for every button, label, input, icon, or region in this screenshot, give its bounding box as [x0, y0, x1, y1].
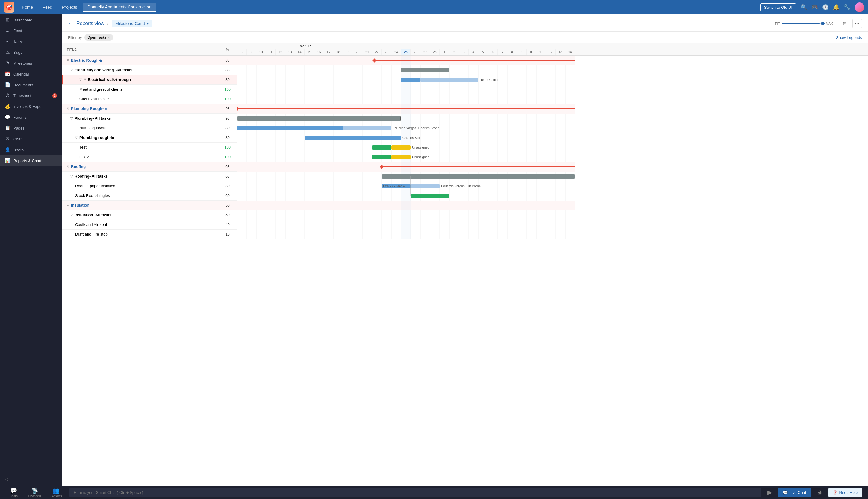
back-button[interactable]: ←: [68, 21, 73, 27]
table-row: test 2 100: [62, 152, 237, 162]
task-pct: 80: [218, 126, 237, 130]
sidebar-item-invoices[interactable]: 💰 Invoices & Expe...: [0, 101, 62, 112]
table-row: Caulk and Air seal 40: [62, 220, 237, 230]
table-row: Roofing paper installed 30: [62, 181, 237, 191]
sidebar-item-bugs[interactable]: ⚠ Bugs: [0, 47, 62, 58]
clock-icon[interactable]: 🕐: [822, 4, 829, 11]
zoom-fit-label: FIT: [775, 22, 780, 25]
collapse-icon[interactable]: ▽: [67, 203, 69, 207]
nav-project-name[interactable]: Donnelly Apartments Construction: [83, 3, 156, 12]
table-row: ▽ Electric Rough-in 88: [62, 56, 237, 65]
sidebar-item-chat[interactable]: ✉ Chat: [0, 134, 62, 144]
sidebar-item-calendar[interactable]: 📅 Calendar: [0, 69, 62, 80]
gantt-dates-row: 8910111213141516171819202122232425262728…: [237, 49, 868, 55]
play-button[interactable]: ▶: [767, 489, 772, 496]
settings-icon[interactable]: 🔧: [844, 4, 851, 11]
sidebar-item-forums[interactable]: 💬 Forums: [0, 112, 62, 123]
live-chat-button[interactable]: 💬 Live Chat: [778, 488, 811, 497]
collapse-icon[interactable]: ▽: [84, 78, 86, 82]
open-tasks-filter[interactable]: Open Tasks ×: [84, 34, 113, 41]
collapse-icon[interactable]: ▽: [70, 174, 73, 178]
sidebar-item-dashboard[interactable]: ⊞ Dashboard: [0, 14, 62, 25]
smart-chat-input[interactable]: Here is your Smart Chat ( Ctrl + Space ): [70, 488, 762, 497]
zoom-handle[interactable]: [821, 22, 825, 25]
show-legends-link[interactable]: Show Legends: [836, 35, 862, 40]
nav-home[interactable]: Home: [18, 3, 37, 11]
collapse-icon[interactable]: ▽: [67, 165, 69, 169]
reports-view-link[interactable]: Reports view: [76, 21, 104, 26]
collapse-icon[interactable]: ▽: [79, 78, 82, 82]
gantt-date-cell: 11: [266, 49, 276, 55]
search-icon[interactable]: 🔍: [801, 4, 807, 11]
task-pct: 10: [218, 232, 237, 236]
sidebar-item-milestones[interactable]: ⚑ Milestones: [0, 58, 62, 69]
task-pct: 93: [218, 116, 237, 121]
gantt-type-dropdown[interactable]: Milestone Gantt ▾: [112, 20, 152, 27]
svg-rect-57: [391, 145, 411, 149]
collapse-icon[interactable]: ▽: [67, 58, 69, 62]
filter-button[interactable]: ⊟: [840, 19, 849, 28]
task-title: ▽ ▽ Electrical walk-through: [63, 77, 218, 82]
need-help-button[interactable]: ❓ Need Help: [829, 488, 862, 497]
gantt-date-cell: 9: [247, 49, 256, 55]
sidebar-item-users[interactable]: 👤 Users: [0, 144, 62, 155]
collapse-icon[interactable]: ▽: [70, 68, 73, 72]
task-name: test 2: [79, 155, 89, 159]
svg-rect-59: [372, 155, 391, 159]
table-row: ▽ Plumbing rough-in 80: [62, 133, 237, 143]
task-title: ▽ Roofing: [62, 164, 218, 169]
gantt-date-cell: 4: [469, 49, 478, 55]
filter-remove-icon[interactable]: ×: [108, 35, 110, 40]
sidebar-collapse-button[interactable]: ◁: [2, 475, 60, 483]
more-options-button[interactable]: •••: [852, 19, 862, 28]
collapse-icon: ◁: [5, 477, 8, 482]
sidebar-item-tasks[interactable]: ✓ Tasks: [0, 36, 62, 47]
sidebar-item-feed[interactable]: ≡ Feed: [0, 25, 62, 36]
svg-text:Eduardo Vargas, Charles Stone: Eduardo Vargas, Charles Stone: [393, 126, 439, 130]
collapse-icon[interactable]: ▽: [70, 213, 73, 217]
timesheet-badge: 1: [52, 93, 57, 98]
print-button[interactable]: 🖨: [817, 489, 822, 496]
app-logo[interactable]: 🎯: [4, 2, 14, 13]
calendar-icon: 📅: [5, 71, 10, 77]
users-icon: 👤: [5, 147, 10, 153]
title-column-header: TITLE: [62, 48, 218, 51]
collapse-icon[interactable]: ▽: [67, 107, 69, 111]
collapse-icon[interactable]: ▽: [75, 136, 78, 139]
chats-button[interactable]: 💬 Chats: [6, 487, 21, 498]
nav-projects[interactable]: Projects: [58, 3, 81, 11]
more-options-icon: •••: [855, 21, 859, 26]
task-pct: 63: [218, 174, 237, 179]
collapse-icon[interactable]: ▽: [70, 116, 73, 120]
gantt-chart: Mar '17 89101112131415161718192021222324…: [237, 44, 868, 486]
sidebar-item-timesheet[interactable]: ⏱ Timesheet 1: [0, 90, 62, 101]
bell-icon[interactable]: 🔔: [833, 4, 840, 11]
channels-button[interactable]: 📡 Channels: [27, 487, 42, 498]
sidebar-item-documents[interactable]: 📄 Documents: [0, 80, 62, 90]
contacts-button[interactable]: 👥 Contacts: [48, 487, 63, 498]
task-pct: 30: [218, 78, 237, 82]
channels-icon: 📡: [32, 487, 38, 494]
nav-feed[interactable]: Feed: [39, 3, 56, 11]
switch-old-ui-button[interactable]: Switch to Old UI: [760, 3, 796, 11]
task-pct: 100: [218, 155, 237, 159]
pct-column-header: %: [218, 48, 237, 51]
gantt-date-cell: 14: [295, 49, 304, 55]
svg-rect-44: [401, 78, 420, 82]
zoom-slider[interactable]: [782, 23, 824, 24]
svg-rect-49: [237, 116, 401, 121]
sidebar-item-pages[interactable]: 📋 Pages: [0, 123, 62, 134]
gantt-date-cell: 15: [304, 49, 314, 55]
contacts-label: Contacts: [50, 495, 62, 498]
subsection-label: Insulation- All tasks: [75, 212, 111, 217]
gantt-date-cell: 24: [391, 49, 401, 55]
table-row: Stock Roof shingles 60: [62, 191, 237, 200]
gantt-header: Mar '17 89101112131415161718192021222324…: [237, 44, 868, 56]
sidebar-item-reports[interactable]: 📊 Reports & Charts: [0, 155, 62, 166]
svg-rect-66: [411, 184, 440, 188]
task-pct: 93: [218, 107, 237, 111]
avatar[interactable]: [855, 2, 864, 12]
svg-rect-54: [304, 136, 401, 140]
gamepad-icon[interactable]: 🎮: [811, 4, 818, 11]
content-header: ← Reports view › Milestone Gantt ▾ FIT M…: [62, 14, 868, 32]
